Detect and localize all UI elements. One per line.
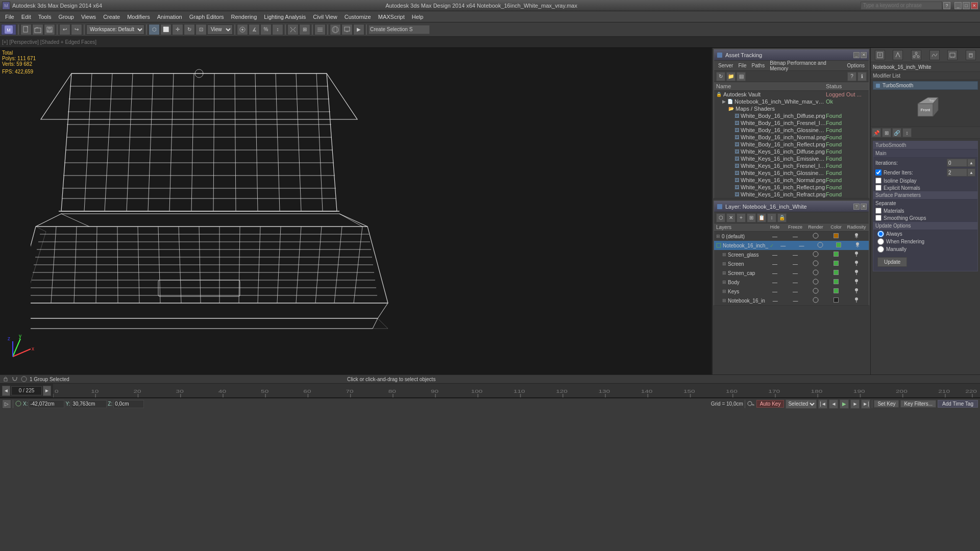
timeline-track[interactable]: 0 10 20 30 40 50 60 70 80 90 100 110 120 bbox=[53, 384, 980, 397]
toolbar-coordinate-system[interactable]: View bbox=[207, 24, 233, 35]
toolbar-mirror[interactable] bbox=[287, 24, 299, 35]
toolbar-layer-manager[interactable] bbox=[314, 24, 326, 35]
layer-color-2[interactable] bbox=[826, 252, 846, 258]
layers-btn-add[interactable]: + bbox=[737, 213, 746, 222]
at-item-file-11[interactable]: 🖼 White_Keys_16_inch_Reflect.png Found bbox=[714, 184, 869, 191]
toolbar-render[interactable]: ▶ bbox=[353, 24, 364, 35]
layers-help[interactable]: ? bbox=[853, 204, 860, 210]
ts-radio-rendering-input[interactable] bbox=[877, 238, 884, 245]
toolbar-workspace-dropdown[interactable]: Workspace: Default bbox=[86, 24, 144, 35]
help-icon[interactable]: ? bbox=[943, 2, 950, 9]
timeline-scroll-right[interactable]: ► bbox=[43, 386, 51, 396]
asset-tracking-close[interactable]: ✕ bbox=[861, 52, 867, 58]
at-item-file-6[interactable]: 🖼 White_Keys_16_inch_Diffuse.png Found bbox=[714, 148, 869, 155]
coord-y-input[interactable] bbox=[71, 400, 107, 408]
ts-render-iters-input[interactable] bbox=[947, 168, 967, 177]
ts-iterations-input[interactable] bbox=[947, 159, 967, 167]
toolbar-open[interactable] bbox=[32, 24, 43, 35]
mod-align-btn[interactable]: ⊞ bbox=[882, 128, 891, 137]
at-item-file-3[interactable]: 🖼 White_Body_16_inch_Glossiness.png Foun… bbox=[714, 127, 869, 134]
layer-row-0[interactable]: ⊞ 0 (default) — — bbox=[714, 232, 869, 241]
toolbar-align[interactable]: ⊞ bbox=[299, 24, 310, 35]
set-key-button[interactable]: Set Key bbox=[874, 400, 899, 408]
at-menu-file[interactable]: File bbox=[736, 62, 748, 69]
layer-color-1[interactable] bbox=[829, 242, 848, 248]
toolbar-app-icon[interactable]: M bbox=[1, 24, 16, 35]
at-item-file-9[interactable]: 🖼 White_Keys_16_inch_Glossiness.png Foun… bbox=[714, 169, 869, 177]
toolbar-snap-toggle[interactable] bbox=[237, 24, 248, 35]
layer-row-5[interactable]: ⊞ Body — — bbox=[714, 278, 869, 287]
menu-edit[interactable]: Edit bbox=[18, 13, 34, 21]
layers-btn-move[interactable]: ↕ bbox=[767, 213, 776, 222]
toolbar-material-editor[interactable] bbox=[330, 24, 341, 35]
prop-tab-display2[interactable] bbox=[947, 50, 958, 60]
ts-render-iters-check[interactable] bbox=[875, 169, 881, 176]
toolbar-percent-snap[interactable]: % bbox=[260, 24, 272, 35]
at-btn-filter[interactable]: ▤ bbox=[737, 72, 746, 81]
ts-render-iters-up[interactable]: ▲ bbox=[967, 168, 975, 177]
layer-row-2[interactable]: ⊞ Screen_glass — — bbox=[714, 250, 869, 259]
mod-pin-btn[interactable]: 📌 bbox=[872, 128, 881, 137]
menu-group[interactable]: Group bbox=[55, 13, 77, 21]
menu-civil-view[interactable]: Civil View bbox=[310, 13, 340, 21]
layer-row-3[interactable]: ⊞ Screen — — bbox=[714, 259, 869, 268]
pb-prev-key[interactable]: |◄ bbox=[818, 399, 827, 409]
menu-views[interactable]: Views bbox=[78, 13, 99, 21]
at-item-file-7[interactable]: 🖼 White_Keys_16_inch_Emissive.png Found bbox=[714, 155, 869, 162]
at-menu-server[interactable]: Server bbox=[716, 62, 735, 69]
at-item-file-12[interactable]: 🖼 White_Keys_16_inch_Refract.png Found bbox=[714, 191, 869, 198]
timeline-scroll-left[interactable]: ◄ bbox=[2, 386, 10, 396]
at-btn-help[interactable]: ? bbox=[847, 72, 856, 81]
at-item-maps[interactable]: 📂 Maps / Shaders bbox=[714, 105, 869, 112]
coord-z-input[interactable] bbox=[113, 400, 144, 408]
viewport-3d[interactable]: Total Polys: 111 671 Verts: 59 682 FPS: … bbox=[0, 48, 712, 374]
prop-tab-utilities[interactable] bbox=[966, 50, 976, 60]
prop-tab-modify[interactable] bbox=[893, 50, 903, 60]
toolbar-angle-snap[interactable]: ∡ bbox=[249, 24, 260, 35]
toolbar-select-region[interactable]: ⬜ bbox=[160, 24, 172, 35]
toolbar-scale[interactable]: ⊡ bbox=[195, 24, 207, 35]
mod-move-btn[interactable]: ↕ bbox=[902, 128, 912, 137]
bc-create-preview[interactable]: ▷ bbox=[2, 399, 11, 409]
layer-row-4[interactable]: ⊞ Screen_cap — — bbox=[714, 268, 869, 278]
layers-close[interactable]: ✕ bbox=[861, 204, 867, 210]
menu-customize[interactable]: Customize bbox=[341, 13, 374, 21]
toolbar-move[interactable]: ✛ bbox=[172, 24, 183, 35]
ts-materials-check[interactable] bbox=[875, 208, 881, 214]
ts-radio-always-input[interactable] bbox=[877, 231, 884, 237]
menu-animation[interactable]: Animation bbox=[154, 13, 185, 21]
at-menu-paths[interactable]: Paths bbox=[750, 62, 767, 69]
at-menu-options[interactable]: Options bbox=[845, 62, 867, 69]
menu-lighting-analysis[interactable]: Lighting Analysis bbox=[261, 13, 309, 21]
modifier-turbsmooth[interactable]: TurboSmooth bbox=[873, 81, 978, 90]
key-filters-button[interactable]: Key Filters... bbox=[900, 400, 936, 408]
layers-btn-merge[interactable]: ⊞ bbox=[747, 213, 756, 222]
pb-play[interactable]: ▶ bbox=[840, 399, 849, 409]
at-menu-bitmap[interactable]: Bitmap Performance and Memory bbox=[768, 59, 844, 72]
toolbar-rotate[interactable]: ↻ bbox=[184, 24, 195, 35]
layer-row-1[interactable]: Notebook_16_inch_ ✓ — — bbox=[714, 241, 869, 250]
layers-btn-select[interactable]: ⬡ bbox=[716, 213, 725, 222]
close-button[interactable]: ✕ bbox=[971, 2, 978, 9]
ts-iterations-up[interactable]: ▲ bbox=[967, 159, 975, 167]
at-item-file-5[interactable]: 🖼 White_Body_16_inch_Reflect.png Found bbox=[714, 141, 869, 148]
mod-link-btn[interactable]: 🔗 bbox=[892, 128, 901, 137]
layer-row-6[interactable]: ⊞ Keys — — bbox=[714, 287, 869, 296]
restore-button[interactable]: □ bbox=[963, 2, 970, 9]
title-bar-controls[interactable]: ? _ □ ✕ bbox=[861, 2, 978, 10]
at-item-file-8[interactable]: 🖼 White_Keys_16_inch_Fresnel_IOR.png Fou… bbox=[714, 162, 869, 169]
toolbar-render-setup[interactable] bbox=[341, 24, 353, 35]
menu-tools[interactable]: Tools bbox=[35, 13, 55, 21]
toolbar-select[interactable]: ⬡ bbox=[149, 24, 160, 35]
pb-next-key[interactable]: ►| bbox=[861, 399, 870, 409]
ts-smoothing-check[interactable] bbox=[875, 215, 881, 221]
toolbar-save[interactable] bbox=[44, 24, 55, 35]
layer-color-0[interactable] bbox=[826, 233, 846, 239]
coord-x-input[interactable] bbox=[29, 400, 64, 408]
menu-file[interactable]: File bbox=[2, 13, 17, 21]
auto-key-button[interactable]: Auto Key bbox=[756, 400, 785, 408]
layers-btn-lock[interactable]: 🔒 bbox=[777, 213, 787, 222]
layers-btn-delete[interactable]: ✕ bbox=[726, 213, 736, 222]
toolbar-redo[interactable]: ↪ bbox=[71, 24, 82, 35]
toolbar-spinner-snap[interactable]: ↕ bbox=[272, 24, 283, 35]
